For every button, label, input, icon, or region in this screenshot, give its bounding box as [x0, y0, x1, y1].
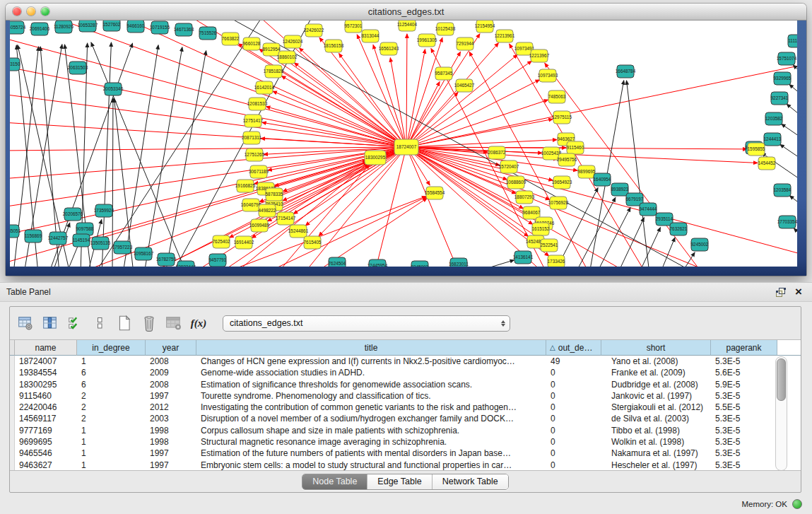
table-cell[interactable]: 9699695 — [15, 436, 77, 448]
network-node[interactable]: 18300295 — [365, 151, 386, 165]
column-header-short[interactable]: short — [601, 340, 711, 356]
network-node[interactable]: 20631503 — [68, 62, 88, 74]
network-node[interactable]: 19166825 — [235, 180, 256, 192]
create-table-icon[interactable] — [115, 314, 134, 332]
table-cell[interactable]: 2008 — [146, 356, 196, 367]
network-node[interactable]: 9587345 — [435, 67, 453, 80]
table-row[interactable]: 1938455462009Genome-wide association stu… — [10, 367, 801, 378]
network-node[interactable]: 16648784 — [616, 65, 636, 78]
table-cell[interactable]: 2 — [77, 402, 146, 413]
table-cell[interactable]: 5.3E-5 — [711, 390, 777, 402]
network-node[interactable]: 14671368 — [174, 23, 194, 36]
table-cell[interactable]: 49 — [546, 356, 601, 367]
network-node[interactable]: 7515526 — [199, 27, 217, 40]
network-node[interactable]: 1454452 — [758, 157, 776, 170]
tab-node-table[interactable]: Node Table — [302, 474, 367, 489]
table-cell[interactable]: 1998 — [146, 436, 196, 448]
network-node[interactable]: 1203582 — [765, 112, 783, 125]
close-window-button[interactable] — [13, 7, 21, 16]
network-node[interactable]: 9329965 — [774, 72, 792, 85]
network-node[interactable]: 11280926 — [54, 21, 73, 33]
network-node[interactable]: 18156158 — [324, 40, 344, 52]
network-node[interactable]: 19961305 — [417, 34, 437, 47]
table-cell[interactable]: Hescheler et al. (1997) — [601, 460, 711, 471]
table-cell[interactable]: 1 — [77, 425, 146, 436]
scrollbar-thumb[interactable] — [777, 358, 786, 401]
float-panel-icon[interactable] — [775, 286, 787, 298]
table-cell[interactable]: Tourette syndrome. Phenomenology and cla… — [196, 390, 546, 402]
network-node[interactable]: 10465427 — [454, 79, 475, 92]
network-node[interactable]: 16823011 — [449, 258, 469, 267]
table-cell[interactable]: 2012 — [146, 402, 196, 413]
table-cell[interactable]: 9465546 — [15, 448, 77, 459]
table-row[interactable]: 1872400712008Changes of HCN gene express… — [10, 356, 801, 367]
table-cell[interactable]: 0 — [546, 367, 601, 378]
network-node[interactable]: 18860102 — [277, 51, 298, 64]
network-node[interactable]: 12081533 — [247, 98, 268, 110]
network-node[interactable]: 12213967 — [529, 49, 550, 62]
table-cell[interactable]: 9777169 — [15, 425, 77, 436]
network-node[interactable]: 20206576 — [63, 208, 83, 221]
table-row[interactable]: 911546021997Tourette syndrome. Phenomeno… — [10, 390, 801, 402]
network-node[interactable]: 1145194 — [73, 234, 90, 247]
network-node[interactable]: 9457791 — [209, 254, 227, 267]
table-cell[interactable]: 18300295 — [15, 379, 77, 390]
network-node[interactable]: 9245002 — [691, 238, 709, 251]
network-node[interactable]: 29495756 — [557, 153, 577, 166]
memory-status-indicator[interactable] — [792, 499, 802, 509]
table-cell[interactable]: Changes of HCN gene expression and I(f) … — [196, 356, 546, 367]
network-node[interactable]: 12445954 — [367, 259, 388, 267]
table-cell[interactable]: 18724007 — [15, 356, 77, 367]
zoom-window-button[interactable] — [41, 7, 49, 16]
table-cell[interactable]: 2 — [77, 413, 146, 424]
table-cell[interactable]: 5.3E-5 — [711, 460, 777, 471]
table-cell[interactable]: 1997 — [146, 448, 196, 459]
table-cell[interactable]: 0 — [546, 390, 601, 402]
network-node[interactable]: 9227341 — [771, 92, 789, 105]
network-node[interactable]: 7663822 — [222, 33, 240, 45]
table-cell[interactable]: 5.5E-5 — [711, 402, 777, 413]
network-node[interactable]: 16782759 — [156, 253, 177, 266]
network-node[interactable]: 17154147 — [276, 212, 296, 225]
network-node[interactable]: 7624504 — [329, 257, 346, 267]
network-node[interactable]: 20691406 — [30, 23, 50, 35]
network-node[interactable]: 20053346 — [103, 83, 124, 95]
select-columns-icon[interactable] — [66, 314, 84, 332]
table-cell[interactable]: Stergiakouli et al. (2012) — [601, 402, 711, 413]
table-cell[interactable]: Disruption of a novel member of a sodium… — [196, 413, 546, 424]
network-node[interactable]: 20871311 — [242, 132, 261, 144]
table-cell[interactable]: 0 — [546, 413, 601, 424]
network-node[interactable]: 12154954 — [475, 21, 495, 33]
network-node[interactable]: 13935051 — [10, 225, 21, 238]
network-node[interactable]: 15584554 — [425, 187, 445, 199]
network-node[interactable]: 16142014 — [254, 81, 275, 94]
table-cell[interactable]: 5.3E-5 — [711, 356, 777, 367]
network-node[interactable]: 22426022 — [304, 24, 324, 37]
network-node[interactable]: 9466160 — [127, 21, 145, 33]
table-cell[interactable]: 22420046 — [15, 402, 77, 413]
network-node[interactable]: 16099489 — [249, 219, 270, 232]
table-cell[interactable]: 9463627 — [15, 460, 77, 471]
network-node[interactable]: 14136141 — [513, 251, 534, 264]
table-cell[interactable]: 6 — [77, 367, 146, 378]
show-column-icon[interactable] — [41, 314, 59, 332]
table-cell[interactable]: 0 — [546, 436, 601, 448]
network-node[interactable]: 10973493 — [538, 69, 558, 82]
table-cell[interactable]: Franke et al. (2009) — [601, 367, 711, 378]
network-node[interactable]: 16561243 — [379, 42, 399, 55]
network-node[interactable]: 16914402 — [234, 236, 254, 249]
network-node[interactable]: 7632621 — [670, 223, 688, 235]
table-cell[interactable]: 1997 — [146, 460, 196, 471]
network-node[interactable]: 5878335 — [266, 188, 283, 201]
network-node[interactable]: 14055724 — [10, 21, 26, 34]
table-cell[interactable]: 1997 — [146, 390, 196, 402]
table-cell[interactable]: Nakamura et al. (1997) — [601, 448, 711, 459]
network-node[interactable]: 10125438 — [435, 23, 456, 35]
table-cell[interactable]: Investigating the contribution of common… — [196, 402, 546, 413]
network-node[interactable]: 9660128 — [243, 37, 261, 50]
network-node[interactable]: 12213961 — [495, 30, 515, 42]
network-node[interactable]: 2063150 — [10, 58, 20, 71]
network-node[interactable]: 9572301 — [345, 21, 363, 33]
table-cell[interactable]: 5.3E-5 — [711, 413, 777, 424]
close-panel-icon[interactable]: × — [795, 287, 802, 297]
